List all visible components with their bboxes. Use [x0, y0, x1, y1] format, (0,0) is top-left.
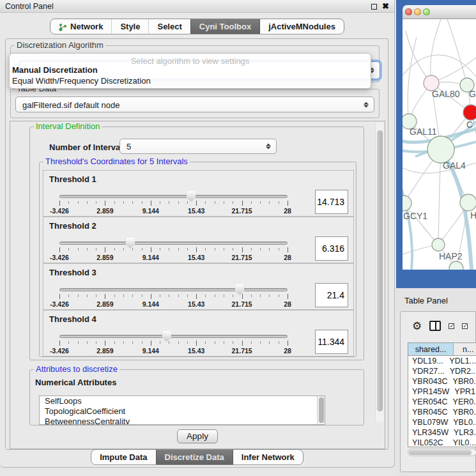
network-node[interactable] [427, 136, 454, 163]
table-cell[interactable]: YDR27... [408, 366, 445, 376]
list-vertical-scrollbar[interactable] [317, 396, 325, 424]
table-row[interactable]: YER054CYER0... [408, 397, 476, 407]
number-of-intervals-label: Number of Intervals [49, 142, 127, 152]
network-node[interactable] [463, 105, 476, 120]
scale-label: 2.859 [96, 300, 113, 308]
table-row[interactable]: YDR27...YDR2... [408, 366, 476, 376]
table-cell[interactable]: YBR0... [448, 376, 476, 387]
tab-select[interactable]: Select [148, 19, 190, 34]
popup-option-manual-discretization[interactable]: Manual Discretization [10, 65, 371, 75]
tab-style[interactable]: Style [111, 19, 148, 34]
network-node[interactable] [449, 261, 463, 270]
table-row[interactable]: YBR043CYBR0... [408, 376, 476, 387]
major-tick [59, 294, 60, 299]
scrollbar-thumb[interactable] [409, 450, 472, 455]
numerical-attributes-list[interactable]: SelfLoopsTopologicalCoefficientBetweenne… [39, 395, 325, 425]
network-node[interactable] [403, 196, 411, 211]
table-cell[interactable]: YDL19... [408, 356, 444, 366]
tab-jactivemnodules[interactable]: jActiveMNodules [259, 19, 344, 34]
settings-vertical-scrollbar[interactable] [375, 123, 383, 422]
threshold-3-value-field[interactable] [315, 283, 348, 307]
tab-impute-data[interactable]: Impute Data [91, 450, 155, 464]
scale-label: -3.426 [50, 207, 69, 215]
apply-button[interactable]: Apply [177, 429, 218, 443]
table-cell[interactable]: YBL079W [408, 417, 448, 427]
scrollbar-thumb[interactable] [319, 397, 324, 423]
tab-network[interactable]: Network [50, 19, 111, 34]
node-table[interactable]: shared... n... YDL19...YDL1...YDR27...YD… [408, 342, 476, 447]
table-cell[interactable]: YBR0... [448, 407, 476, 417]
cyni-toolbox-pane: Discretization Algorithm Select algorith… [5, 38, 388, 450]
checkbox-icon[interactable]: ✓ [449, 323, 454, 329]
slider-track[interactable] [59, 242, 288, 245]
table-cell[interactable]: YIL052C [408, 438, 448, 447]
column-header-shared-name[interactable]: shared... [408, 343, 454, 356]
popup-option-equal-width-frequency[interactable]: Equal Width/Frequency Discretization [10, 75, 371, 86]
minimize-traffic-light-icon[interactable] [414, 8, 421, 15]
table-cell[interactable]: YER0... [448, 397, 476, 407]
threshold-1-slider[interactable]: -3.4262.8599.14415.4321.71528 [59, 192, 288, 215]
network-window-titlebar[interactable] [403, 5, 476, 19]
table-cell[interactable]: YPR1... [449, 387, 476, 397]
threshold-2-slider[interactable]: -3.4262.8599.14415.4321.71528 [59, 239, 288, 262]
tab-infer-network[interactable]: Infer Network [233, 450, 303, 464]
scrollbar-thumb[interactable] [377, 130, 383, 411]
table-cell[interactable]: YLR345W [408, 427, 449, 438]
float-window-icon[interactable] [371, 4, 377, 10]
table-cell[interactable]: YDR2... [445, 366, 476, 376]
close-icon[interactable]: ✖ [382, 2, 389, 10]
close-traffic-light-icon[interactable] [405, 8, 412, 15]
gear-icon[interactable]: ⚙ [412, 321, 422, 332]
list-item[interactable]: SelfLoops [40, 396, 325, 406]
list-item[interactable]: TopologicalCoefficient [40, 406, 325, 417]
table-row[interactable]: YBL079WYBL0... [408, 417, 476, 427]
table-row[interactable]: YBR045CYBR0... [408, 407, 476, 417]
columns-icon[interactable] [429, 321, 441, 331]
attributes-group: Attributes to discretize Numerical Attri… [29, 369, 364, 426]
major-tick [151, 294, 151, 299]
network-node[interactable] [460, 194, 476, 211]
table-horizontal-scrollbar[interactable] [408, 449, 476, 456]
table-cell[interactable]: YDL1... [444, 356, 476, 366]
checkbox-icon[interactable]: ✓ [462, 323, 468, 329]
slider-thumb[interactable] [125, 238, 135, 249]
settings-scrollpanel: Interval Definition Number of Intervals … [10, 121, 385, 449]
tab-cyni-toolbox[interactable]: Cyni Toolbox [190, 19, 259, 34]
slider-thumb[interactable] [186, 191, 196, 202]
network-canvas[interactable]: GAL80GACGAL11GAL4GCY1HHAP2 [403, 19, 476, 270]
threshold-2-label: Threshold 2 [49, 221, 96, 231]
slider-track[interactable] [59, 335, 288, 338]
tab-discretize-data[interactable]: Discretize Data [156, 450, 233, 464]
table-cell[interactable]: YBR043C [408, 376, 448, 387]
slider-thumb[interactable] [162, 331, 171, 342]
table-data-combobox[interactable]: galFiltered.sif default node [15, 96, 374, 112]
slider-thumb[interactable] [235, 284, 245, 295]
threshold-4-label: Threshold 4 [49, 314, 96, 324]
table-cell[interactable]: YBL0... [448, 417, 476, 427]
threshold-1-value-field[interactable] [315, 190, 348, 214]
table-cell[interactable]: YLR3... [449, 427, 476, 438]
slider-ticks [59, 248, 288, 252]
network-node[interactable] [432, 238, 445, 251]
column-header-name[interactable]: n... [454, 343, 476, 356]
table-row[interactable]: YLR345WYLR3... [408, 427, 476, 438]
table-cell[interactable]: YBR045C [408, 407, 448, 417]
scale-label: 9.144 [142, 347, 159, 355]
threshold-2-value-field[interactable] [315, 236, 348, 261]
slider-track[interactable] [59, 288, 288, 291]
threshold-3-slider[interactable]: -3.4262.8599.14415.4321.71528 [59, 286, 288, 309]
table-row[interactable]: YDL19...YDL1... [408, 356, 476, 366]
threshold-4-slider[interactable]: -3.4262.8599.14415.4321.71528 [59, 332, 288, 355]
number-of-intervals-combobox[interactable]: 5 [119, 139, 277, 154]
table-row[interactable]: YIL052CYIL0... [408, 438, 476, 447]
table-cell[interactable]: YIL0... [448, 438, 476, 447]
interval-definition-legend: Interval Definition [34, 121, 102, 131]
zoom-traffic-light-icon[interactable] [423, 8, 430, 15]
threshold-3-label: Threshold 3 [49, 268, 96, 277]
table-cell[interactable]: YPR145W [408, 387, 449, 397]
table-row[interactable]: YPR145WYPR1... [408, 387, 476, 397]
list-item[interactable]: BetweennessCentrality [40, 417, 325, 425]
threshold-4-value-field[interactable] [315, 330, 348, 354]
slider-track[interactable] [59, 195, 288, 198]
table-cell[interactable]: YER054C [408, 397, 448, 407]
